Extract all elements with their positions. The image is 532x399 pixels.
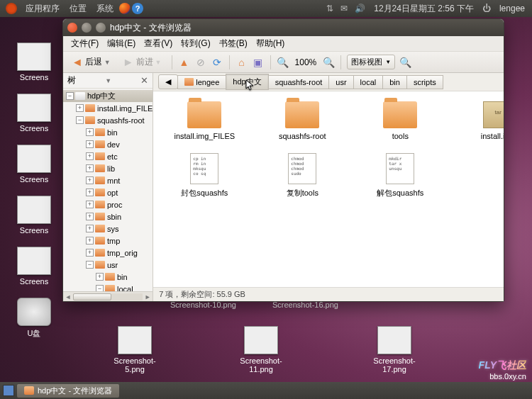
expander-icon[interactable]: + [86, 189, 94, 196]
expander-icon[interactable]: + [86, 128, 94, 136]
tree-node[interactable]: +bin [63, 126, 153, 138]
menu-item[interactable]: 书签(B) [216, 36, 251, 51]
file-item[interactable]: chmod chmod chmod sudo复制tools [268, 153, 336, 198]
sidebar-hscroll[interactable]: ◄► [63, 291, 153, 301]
user-menu[interactable]: lengee [495, 4, 529, 13]
script-icon: mkdir tar x unsqu [386, 153, 414, 184]
power-icon[interactable]: ⏻ [480, 4, 494, 13]
clock[interactable]: 12月24日星期五 2:56 下午 [370, 3, 478, 15]
expander-icon[interactable]: + [86, 152, 94, 160]
back-button[interactable]: ◄后退▼ [67, 54, 115, 71]
expander-icon[interactable]: + [96, 273, 104, 281]
home-icon[interactable]: ⌂ [235, 56, 248, 69]
zoom-out-icon[interactable]: 🔍 [277, 56, 289, 69]
minimize-icon[interactable] [82, 23, 92, 33]
menu-item[interactable]: 文件(F) [67, 36, 102, 51]
tree-node[interactable]: −usr [63, 259, 153, 271]
desktop-icon[interactable]: Screenshot-11.png [233, 326, 289, 373]
tree-node[interactable]: +mnt [63, 174, 153, 186]
tree-node[interactable]: +etc [63, 150, 153, 162]
ubuntu-logo-icon[interactable] [6, 3, 17, 14]
search-icon[interactable]: 🔍 [399, 56, 411, 69]
help-icon[interactable]: ? [132, 3, 143, 14]
tree-node[interactable]: −hdp中文 [63, 90, 153, 102]
tree-node[interactable]: +proc [63, 198, 153, 210]
file-item[interactable]: mkdir tar x unsqu解包squashfs [366, 153, 434, 198]
menu-places[interactable]: 位置 [65, 3, 91, 15]
network-icon[interactable]: ⇅ [323, 4, 336, 13]
computer-icon[interactable]: ▣ [252, 56, 265, 69]
sidebar-close-icon[interactable]: ✕ [140, 75, 148, 86]
file-item[interactable]: cp in rm in mksqu co sq封包squashfs [170, 153, 238, 198]
taskbar-item[interactable]: hdp中文 - 文件浏览器 [17, 384, 119, 398]
window-titlebar[interactable]: hdp中文 - 文件浏览器 [63, 19, 504, 36]
file-item[interactable]: install.img_FILES [170, 101, 238, 140]
expander-icon[interactable]: + [86, 249, 94, 257]
folder-icon [285, 101, 319, 128]
path-segment[interactable]: hdp中文 [226, 74, 268, 90]
forward-button[interactable]: ►前进▼ [118, 54, 166, 71]
sound-icon[interactable]: 🔊 [352, 4, 368, 13]
desktop-icon[interactable]: Screens [6, 43, 62, 82]
firefox-icon[interactable] [119, 3, 131, 14]
up-icon[interactable]: ▲ [178, 56, 191, 69]
expander-icon[interactable]: + [86, 140, 94, 148]
tree-node[interactable]: −squashfs-root [63, 114, 153, 126]
tree-node[interactable]: +dev [63, 138, 153, 150]
path-segment[interactable]: usr [328, 75, 353, 89]
stop-icon[interactable]: ⊘ [194, 56, 207, 69]
view-mode-select[interactable]: 图标视图▼ [347, 55, 395, 69]
tree-node[interactable]: +sys [63, 223, 153, 235]
reload-icon[interactable]: ⟳ [211, 56, 223, 69]
tree-node[interactable]: +bin [63, 271, 153, 283]
expander-icon[interactable]: − [96, 285, 104, 291]
menu-item[interactable]: 查看(V) [140, 36, 176, 51]
path-segment[interactable]: squashfs-root [268, 75, 330, 89]
file-item[interactable]: squashfs-root [268, 101, 336, 140]
tree-node[interactable]: +lib [63, 162, 153, 174]
expander-icon[interactable]: − [76, 116, 84, 124]
expander-icon[interactable]: + [86, 164, 94, 172]
desktop-icon[interactable]: Screens [6, 94, 62, 133]
file-item[interactable]: install.img [464, 101, 504, 140]
menu-item[interactable]: 帮助(H) [253, 36, 289, 51]
menu-item[interactable]: 编辑(E) [104, 36, 139, 51]
path-segment[interactable]: lengee [177, 75, 226, 89]
sidebar-title: 树 [67, 74, 76, 86]
path-back-button[interactable]: ◀ [158, 74, 178, 89]
maximize-icon[interactable] [96, 23, 106, 33]
tree-node[interactable]: +tmp_orig [63, 247, 153, 259]
tree-node[interactable]: +sbin [63, 210, 153, 223]
show-desktop-icon[interactable] [3, 385, 14, 396]
desktop-icon[interactable]: Screenshot-17.png [367, 326, 422, 373]
desktop-icon[interactable]: U盘 [6, 298, 62, 339]
tree-view[interactable]: −hdp中文+install.img_FILE−squashfs-root+bi… [63, 89, 153, 291]
tree-node[interactable]: −local [63, 283, 153, 291]
menu-applications[interactable]: 应用程序 [21, 3, 64, 15]
icon-view[interactable]: install.img_FILESsquashfs-roottoolsinsta… [153, 91, 504, 287]
expander-icon[interactable]: + [86, 237, 94, 245]
tree-node[interactable]: +opt [63, 186, 153, 198]
menu-system[interactable]: 系统 [92, 3, 118, 15]
file-item[interactable]: tools [366, 101, 434, 140]
close-icon[interactable] [67, 23, 77, 33]
expander-icon[interactable]: + [86, 225, 94, 232]
desktop-icon[interactable]: Screenshot-5.png [107, 326, 162, 373]
expander-icon[interactable]: − [66, 92, 74, 100]
desktop-icon[interactable]: Screens [6, 145, 62, 184]
chat-icon[interactable]: ✉ [338, 4, 350, 13]
expander-icon[interactable]: + [76, 104, 84, 112]
expander-icon[interactable]: + [86, 213, 94, 220]
path-segment[interactable]: local [353, 75, 384, 89]
zoom-in-icon[interactable]: 🔍 [322, 56, 335, 69]
path-segment[interactable]: bin [382, 75, 407, 89]
expander-icon[interactable]: + [86, 176, 94, 184]
desktop-icon[interactable]: Screens [6, 247, 62, 286]
menu-item[interactable]: 转到(G) [177, 36, 214, 51]
desktop-icon[interactable]: Screens [6, 196, 62, 235]
path-segment[interactable]: scripts [406, 75, 443, 89]
tree-node[interactable]: +install.img_FILE [63, 102, 153, 114]
tree-node[interactable]: +tmp [63, 235, 153, 247]
expander-icon[interactable]: − [86, 261, 94, 269]
expander-icon[interactable]: + [86, 201, 94, 208]
